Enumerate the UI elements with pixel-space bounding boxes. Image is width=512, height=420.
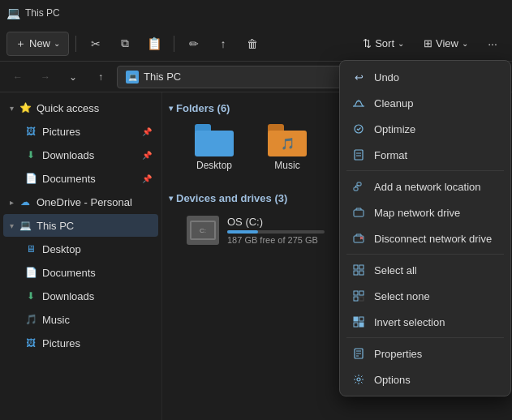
folder-label-music: Music [274, 160, 299, 171]
properties-icon [351, 346, 366, 361]
menu-item-undo[interactable]: ↩ Undo [340, 64, 510, 90]
menu-label-undo: Undo [374, 71, 399, 84]
drive-icon-c: C: [187, 216, 219, 245]
sidebar-label-quick-access: Quick access [37, 102, 152, 114]
sidebar-item-quick-access[interactable]: ▾ ⭐ Quick access [3, 96, 158, 119]
context-menu: ↩ Undo Cleanup Optimize Format [339, 60, 511, 396]
svg-rect-17 [359, 323, 364, 327]
drive-bar [227, 230, 258, 234]
sidebar-label-onedrive: OneDrive - Personal [37, 196, 152, 208]
menu-item-format[interactable]: Format [340, 142, 510, 168]
menu-item-disconnect[interactable]: Disconnect network drive [340, 225, 510, 251]
sidebar-item-pictures2[interactable]: 🖼 Pictures [3, 332, 158, 354]
cut-button[interactable]: ✂ [83, 31, 109, 57]
menu-item-cleanup[interactable]: Cleanup [340, 90, 510, 116]
svg-rect-14 [354, 317, 358, 321]
pictures-icon: 🖼 [24, 125, 37, 138]
svg-rect-13 [359, 297, 364, 301]
menu-item-invert[interactable]: Invert selection [340, 309, 510, 335]
copy-button[interactable]: ⧉ [112, 31, 138, 57]
svg-rect-2 [354, 187, 358, 191]
sidebar-label-documents: Documents [42, 173, 137, 185]
sidebar-item-documents[interactable]: 📄 Documents 📌 [3, 167, 158, 190]
sort-button[interactable]: ⇅ Sort ⌄ [355, 33, 412, 54]
menu-label-properties: Properties [374, 348, 422, 360]
folder-item-desktop[interactable]: Desktop [182, 119, 247, 176]
toolbar: ＋ New ⌄ ✂ ⧉ 📋 ✏ ↑ 🗑 ⇅ Sort ⌄ ⊞ View ⌄ ··… [0, 26, 512, 62]
divider-3 [346, 337, 504, 338]
svg-rect-8 [354, 271, 358, 275]
pin-icon: 📌 [142, 174, 152, 183]
sidebar-label-downloads2: Downloads [42, 290, 152, 302]
invert-icon [351, 315, 366, 329]
rename-button[interactable]: ✏ [181, 31, 207, 57]
sidebar-label-downloads: Downloads [42, 149, 137, 161]
expand-icon: ▸ [10, 198, 14, 207]
menu-item-map-drive[interactable]: Map network drive [340, 199, 510, 225]
select-all-icon [351, 263, 366, 277]
divider-1 [346, 170, 504, 171]
sidebar-item-thispc[interactable]: ▾ 💻 This PC [3, 214, 158, 237]
menu-item-properties[interactable]: Properties [340, 341, 510, 366]
history-button[interactable]: ⌄ [62, 66, 84, 88]
options-icon [351, 372, 366, 387]
menu-label-options: Options [374, 374, 411, 386]
documents-icon: 📄 [24, 172, 37, 185]
sidebar-item-downloads2[interactable]: ⬇ Downloads [3, 285, 158, 307]
view-chevron-icon: ⌄ [462, 39, 468, 48]
sort-icon: ⇅ [363, 37, 372, 49]
address-path: This PC [144, 71, 181, 83]
new-button[interactable]: ＋ New ⌄ [6, 32, 69, 56]
thispc-icon: 💻 [19, 219, 32, 232]
forward-button[interactable]: → [34, 66, 57, 88]
menu-item-select-all[interactable]: Select all [340, 257, 510, 283]
add-network-icon [351, 179, 366, 194]
sidebar-item-downloads[interactable]: ⬇ Downloads 📌 [3, 144, 158, 166]
share-button[interactable]: ↑ [210, 31, 236, 57]
svg-rect-16 [354, 323, 358, 327]
sidebar-label-documents2: Documents [42, 267, 152, 279]
delete-button[interactable]: 🗑 [239, 31, 265, 57]
folder-item-music[interactable]: 🎵 Music [255, 119, 320, 176]
sidebar-item-pictures[interactable]: 🖼 Pictures 📌 [3, 120, 158, 143]
drives-header-label: Devices and drives (3) [176, 192, 287, 204]
menu-label-cleanup: Cleanup [374, 97, 413, 109]
svg-rect-6 [354, 265, 358, 269]
more-button[interactable]: ··· [480, 31, 506, 57]
sidebar: ▾ ⭐ Quick access 🖼 Pictures 📌 ⬇ Download… [0, 92, 162, 420]
sidebar-label-thispc: This PC [37, 220, 152, 232]
pictures2-icon: 🖼 [24, 336, 37, 349]
svg-rect-4 [354, 210, 364, 216]
menu-item-optimize[interactable]: Optimize [340, 116, 510, 142]
downloads-icon: ⬇ [24, 148, 37, 161]
svg-point-19 [357, 378, 360, 381]
menu-item-add-network[interactable]: Add a network location [340, 174, 510, 199]
pin-icon: 📌 [142, 151, 152, 160]
view-button[interactable]: ⊞ View ⌄ [415, 33, 476, 54]
menu-label-map-drive: Map network drive [374, 207, 460, 219]
menu-item-select-none[interactable]: Select none [340, 283, 510, 309]
map-drive-icon [351, 205, 366, 220]
sidebar-label-music: Music [42, 314, 152, 326]
documents2-icon: 📄 [24, 266, 37, 279]
paste-button[interactable]: 📋 [141, 31, 167, 57]
sidebar-item-desktop[interactable]: 🖥 Desktop [3, 238, 158, 260]
sidebar-item-music[interactable]: 🎵 Music [3, 308, 158, 331]
menu-item-options[interactable]: Options [340, 366, 510, 392]
sidebar-label-pictures: Pictures [42, 126, 137, 138]
sidebar-item-documents2[interactable]: 📄 Documents [3, 261, 158, 284]
quick-access-icon: ⭐ [19, 101, 32, 114]
folder-icon-desktop [195, 124, 234, 156]
svg-point-0 [355, 125, 363, 133]
sidebar-label-desktop: Desktop [42, 243, 152, 255]
menu-label-format: Format [374, 149, 407, 161]
svg-rect-10 [354, 291, 358, 295]
sidebar-item-onedrive[interactable]: ▸ ☁ OneDrive - Personal [3, 191, 158, 213]
svg-rect-15 [359, 317, 364, 321]
music-icon: 🎵 [24, 313, 37, 326]
pin-icon: 📌 [142, 127, 152, 136]
optimize-icon [351, 122, 366, 136]
back-button[interactable]: ← [6, 66, 29, 88]
up-button[interactable]: ↑ [89, 66, 112, 88]
folders-chevron-icon: ▾ [169, 104, 173, 113]
